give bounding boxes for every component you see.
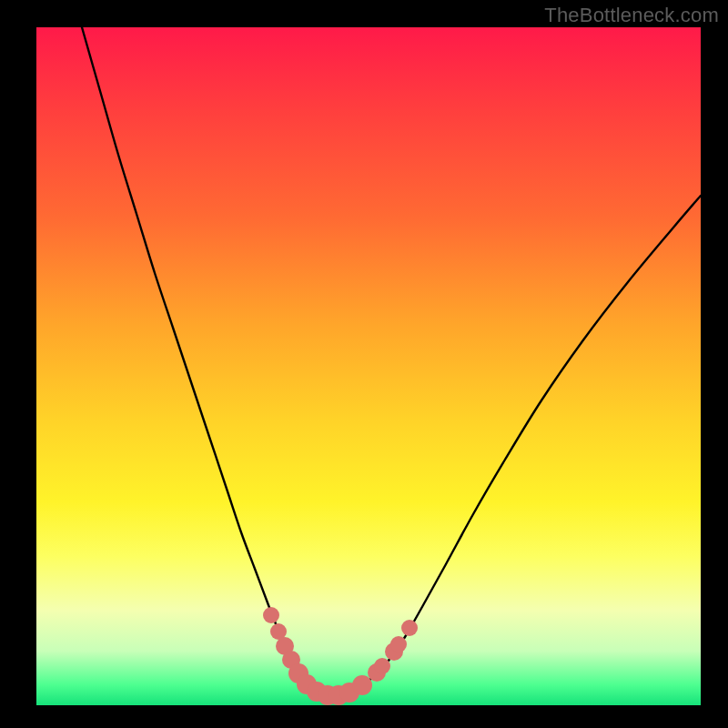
dot (401, 620, 418, 636)
dot (352, 675, 372, 695)
dot (374, 658, 390, 674)
dot (390, 636, 407, 652)
dot (263, 607, 279, 623)
plot-area (36, 27, 701, 705)
bottom-dots-group (263, 607, 418, 705)
watermark-label: TheBottleneck.com (544, 4, 719, 27)
bottleneck-curve (82, 27, 701, 695)
curve-svg (36, 27, 701, 705)
chart-frame: TheBottleneck.com (0, 0, 728, 728)
